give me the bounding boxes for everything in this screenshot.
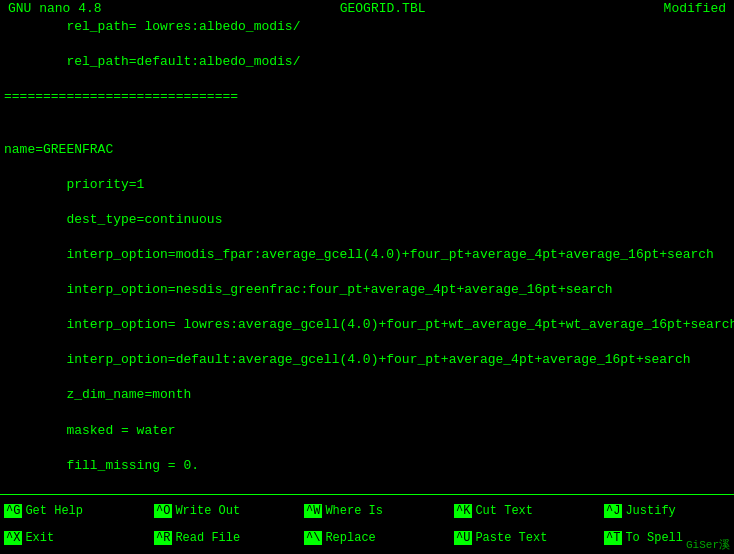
cmd-label-0-2: Where Is <box>325 504 383 518</box>
command-rows: ^GGet Help^OWrite Out^WWhere Is^KCut Tex… <box>0 495 734 553</box>
app-name: GNU nano 4.8 <box>8 1 102 16</box>
cmd-key-1-2: ^\ <box>304 531 322 545</box>
cmd-key-0-2: ^W <box>304 504 322 518</box>
cmd-label-0-1: Write Out <box>175 504 240 518</box>
cmd-label-1-3: Paste Text <box>475 531 547 545</box>
cmd-item-1-0[interactable]: ^XExit <box>0 524 150 551</box>
command-row-0: ^GGet Help^OWrite Out^WWhere Is^KCut Tex… <box>0 497 734 524</box>
cmd-key-1-1: ^R <box>154 531 172 545</box>
cmd-item-0-0[interactable]: ^GGet Help <box>0 497 150 524</box>
cmd-item-1-3[interactable]: ^UPaste Text <box>450 524 600 551</box>
cmd-item-1-1[interactable]: ^RRead File <box>150 524 300 551</box>
cmd-label-1-0: Exit <box>25 531 54 545</box>
bottom-bar: ^GGet Help^OWrite Out^WWhere Is^KCut Tex… <box>0 494 734 554</box>
cmd-key-0-3: ^K <box>454 504 472 518</box>
filename: GEOGRID.TBL <box>340 1 426 16</box>
cmd-item-1-2[interactable]: ^\Replace <box>300 524 450 551</box>
cmd-key-0-4: ^J <box>604 504 622 518</box>
cmd-key-1-3: ^U <box>454 531 472 545</box>
command-row-1: ^XExit^RRead File^\Replace^UPaste Text^T… <box>0 524 734 551</box>
modified-status: Modified <box>664 1 726 16</box>
cmd-label-1-2: Replace <box>325 531 375 545</box>
cmd-label-1-4: To Spell <box>625 531 683 545</box>
cmd-label-0-0: Get Help <box>25 504 83 518</box>
cmd-label-1-1: Read File <box>175 531 240 545</box>
cmd-item-0-2[interactable]: ^WWhere Is <box>300 497 450 524</box>
cmd-item-0-4[interactable]: ^JJustify <box>600 497 734 524</box>
cmd-key-0-1: ^O <box>154 504 172 518</box>
cmd-key-0-0: ^G <box>4 504 22 518</box>
title-bar: GNU nano 4.8 GEOGRID.TBL Modified <box>0 0 734 18</box>
cmd-key-1-4: ^T <box>604 531 622 545</box>
editor-area[interactable]: rel_path= lowres:albedo_modis/ rel_path=… <box>0 18 734 494</box>
cmd-label-0-3: Cut Text <box>475 504 533 518</box>
cmd-key-1-0: ^X <box>4 531 22 545</box>
cmd-label-0-4: Justify <box>625 504 675 518</box>
cmd-item-0-1[interactable]: ^OWrite Out <box>150 497 300 524</box>
watermark: GiSer溪 <box>686 537 730 552</box>
cmd-item-0-3[interactable]: ^KCut Text <box>450 497 600 524</box>
